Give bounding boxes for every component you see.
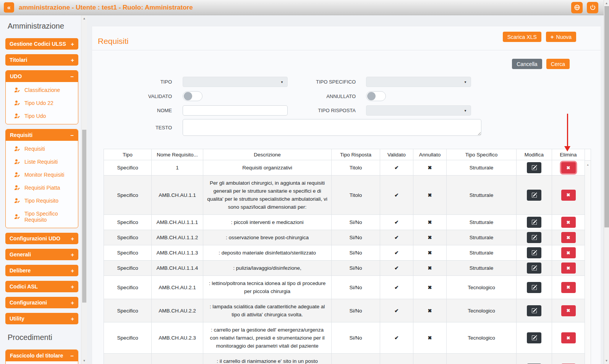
delete-button[interactable]: ✖ <box>561 263 576 274</box>
cell-tipo: Specifico <box>104 230 152 245</box>
edit-button[interactable] <box>527 190 541 201</box>
tipo-specifico-select[interactable]: ▼ <box>366 77 471 87</box>
edit-button[interactable] <box>527 332 541 343</box>
edit-button[interactable] <box>527 232 541 243</box>
sidebar-group-panel: Presentazione domande <box>6 361 78 364</box>
cell-modifica <box>517 176 552 215</box>
scroll-up-arrow[interactable]: ▲ <box>604 2 609 5</box>
sidebar-group-button-gestione-codici-ulss[interactable]: Gestione Codici ULSS+ <box>5 38 78 50</box>
cell-descrizione: Per gli ambulatori chirurgici, in aggiun… <box>203 176 332 215</box>
cell-elimina: ✖ <box>552 245 585 261</box>
sidebar-item-label: Liste Requisiti <box>24 159 58 165</box>
sidebar-group-button-requisiti[interactable]: Requisiti− <box>6 129 78 141</box>
sidebar-group-label: Titolari <box>10 57 27 63</box>
cell-annullato: ✖ <box>413 176 447 215</box>
sidebar-group-button-configurazioni-udo[interactable]: Configurazioni UDO+ <box>5 233 78 244</box>
sidebar-group-button-codici-asl[interactable]: Codici ASL+ <box>5 281 78 292</box>
edit-button[interactable] <box>527 305 541 316</box>
sidebar-group-label: Utility <box>10 316 24 322</box>
scroll-up-arrow[interactable]: ▲ <box>81 17 87 20</box>
sidebar-group-button-titolari[interactable]: Titolari+ <box>5 54 78 66</box>
sidebar-item-tipo-udo-22[interactable]: Tipo Udo 22 <box>6 97 78 110</box>
column-header-descrizione[interactable]: Descrizione <box>203 149 332 160</box>
cross-icon: ✖ <box>428 235 432 240</box>
cell-validato: ✔ <box>380 261 413 276</box>
scrollbar-thumb[interactable] <box>82 130 86 303</box>
cross-icon: ✖ <box>428 285 432 290</box>
sidebar-scrollbar[interactable]: ▲ ▼ <box>81 15 87 364</box>
delete-button[interactable]: ✖ <box>561 247 576 258</box>
sidebar-group-label: Gestione Codici ULSS <box>10 41 66 47</box>
collapse-minus-icon: − <box>70 73 74 80</box>
sidebar-item-requisiti[interactable]: Requisiti <box>6 142 78 155</box>
delete-button[interactable]: ✖ <box>561 305 576 316</box>
cross-icon: ✖ <box>428 308 432 314</box>
scrollbar-thumb[interactable] <box>604 6 609 227</box>
scarica-xls-button[interactable]: Scarica XLS <box>503 32 541 42</box>
cell-modifica <box>517 354 552 364</box>
sidebar-item-monitor-requisiti[interactable]: Monitor Requisiti <box>6 168 78 181</box>
validato-toggle[interactable] <box>183 91 202 101</box>
cell-tipo: Specifico <box>104 215 152 230</box>
delete-button[interactable]: ✖ <box>561 282 576 293</box>
topbar-actions <box>571 2 598 13</box>
edit-button[interactable] <box>527 282 541 293</box>
cell-tipo-risposta: Titolo <box>332 176 380 215</box>
sidebar-item-requisiti-piatta[interactable]: Requisiti Piatta <box>6 181 78 194</box>
sidebar-group-button-generali[interactable]: Generali+ <box>5 249 78 260</box>
cell-elimina: ✖ <box>552 322 585 354</box>
sidebar-item-label: Tipo Requisito <box>24 198 58 204</box>
column-header-tipo-risposta[interactable]: Tipo Risposta <box>332 149 380 160</box>
column-header-tipo-specifico[interactable]: Tipo Specifico <box>447 149 517 160</box>
cell-annullato: ✖ <box>413 322 447 354</box>
cerca-button[interactable]: Cerca <box>546 59 570 69</box>
delete-button[interactable]: ✖ <box>561 232 576 243</box>
delete-button[interactable]: ✖ <box>561 162 576 173</box>
testo-textarea[interactable] <box>183 119 481 136</box>
sidebar-item-tipo-specifico-requisito[interactable]: Tipo Specifico Requisito <box>6 207 78 226</box>
nome-input[interactable] <box>183 105 288 116</box>
tipo-risposta-select[interactable]: ▼ <box>366 105 471 116</box>
delete-button[interactable]: ✖ <box>561 217 576 228</box>
table-scrollbar[interactable]: ▲ <box>585 149 591 364</box>
sidebar-group-button-udo[interactable]: UDO− <box>6 71 78 82</box>
sidebar-collapse-button[interactable]: « <box>4 2 14 13</box>
column-header-validato[interactable]: Validato <box>380 149 413 160</box>
scroll-down-arrow[interactable]: ▼ <box>604 359 609 362</box>
column-header-annullato[interactable]: Annullato <box>413 149 447 160</box>
search-actions: Cancella Cerca <box>92 59 570 69</box>
sidebar-item-classificazione[interactable]: Classificazione <box>6 84 78 97</box>
cell-descrizione: : piccoli interventi e medicazioni <box>203 215 332 230</box>
language-globe-button[interactable] <box>571 2 583 13</box>
edit-button[interactable] <box>527 247 541 258</box>
sidebar-group-button-fascicolo-del-titolare[interactable]: Fascicolo del titolare− <box>6 350 78 361</box>
nuova-button[interactable]: + Nuova <box>546 32 576 42</box>
edit-button[interactable] <box>527 263 541 274</box>
sidebar-group-panel: Requisiti Liste Requisiti Monitor Requis… <box>6 141 78 228</box>
page-scrollbar[interactable]: ▲ ▼ <box>604 0 609 364</box>
annullato-toggle[interactable] <box>366 91 386 101</box>
tipo-select[interactable]: ▼ <box>183 77 288 87</box>
cell-modifica <box>517 322 552 354</box>
delete-button[interactable]: ✖ <box>561 190 576 201</box>
column-header-tipo[interactable]: Tipo <box>104 149 152 160</box>
sidebar-group-button-configurazioni[interactable]: Configurazioni+ <box>5 297 78 308</box>
cell-tipo-risposta: Si/No <box>332 322 380 354</box>
sidebar-item-tipo-udo[interactable]: Tipo Udo <box>6 110 78 122</box>
sidebar-group-button-delibere[interactable]: Delibere+ <box>5 265 78 276</box>
sidebar-item-label: Classificazione <box>24 87 60 93</box>
sidebar-group-button-utility[interactable]: Utility+ <box>5 313 78 324</box>
edit-button[interactable] <box>527 162 541 173</box>
column-header-nome-requisito[interactable]: Nome Requisito... <box>152 149 203 160</box>
cell-elimina: ✖ <box>552 176 585 215</box>
sidebar-group-label: Delibere <box>10 267 31 274</box>
edit-button[interactable] <box>527 217 541 228</box>
sidebar-item-liste-requisiti[interactable]: Liste Requisiti <box>6 155 78 168</box>
logout-power-button[interactable] <box>587 2 598 13</box>
scroll-up-arrow[interactable]: ▲ <box>585 163 591 166</box>
check-icon: ✔ <box>395 165 399 171</box>
cancella-button[interactable]: Cancella <box>512 59 542 69</box>
delete-button[interactable]: ✖ <box>561 332 576 343</box>
sidebar-item-tipo-requisito[interactable]: Tipo Requisito <box>6 194 78 207</box>
scroll-down-arrow[interactable]: ▼ <box>81 359 87 362</box>
